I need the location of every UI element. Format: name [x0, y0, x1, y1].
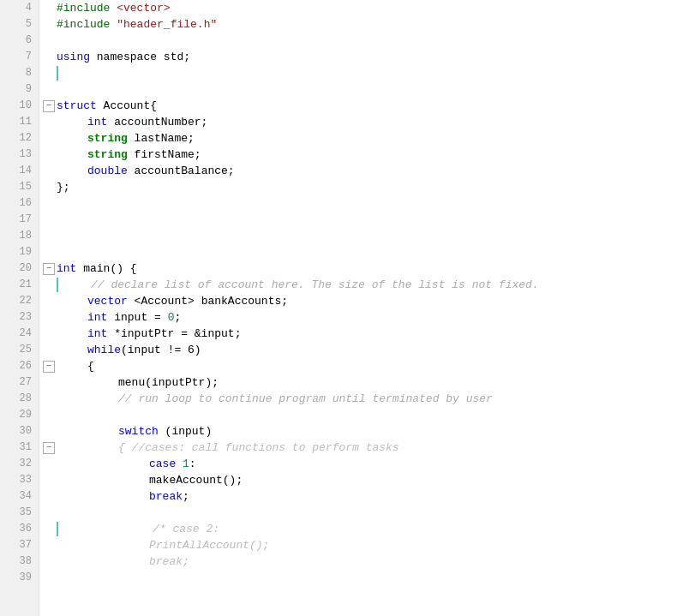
- line-number: 28: [0, 391, 39, 407]
- code-line: string lastName;: [43, 130, 683, 147]
- line-number: 24: [0, 326, 39, 342]
- line-number: 13: [0, 147, 39, 163]
- line-number: 29: [0, 407, 39, 423]
- line-number: 22: [0, 293, 39, 309]
- line-number: 12: [0, 130, 39, 147]
- code-token: :: [189, 456, 196, 472]
- code-line: double accountBalance;: [43, 163, 683, 179]
- code-line: PrintAllAccount();: [43, 537, 683, 553]
- code-token: ;: [183, 49, 190, 65]
- code-line: [43, 33, 683, 49]
- line-number: 35: [0, 505, 39, 521]
- line-number: 17: [0, 212, 39, 228]
- code-token: std: [164, 49, 183, 65]
- fold-collapse-button[interactable]: −: [43, 100, 55, 112]
- line-number: 27: [0, 374, 39, 391]
- line-number: 38: [0, 553, 39, 570]
- fold-collapse-button[interactable]: −: [43, 442, 55, 454]
- fold-collapse-button[interactable]: −: [43, 263, 55, 275]
- line-number: 4: [0, 0, 39, 16]
- left-bar-indicator: [57, 278, 58, 292]
- code-token: makeAccount();: [149, 472, 243, 488]
- line-number: 23: [0, 309, 39, 326]
- code-token: // declare list of account here. The siz…: [91, 277, 539, 293]
- line-number: 21: [0, 277, 39, 293]
- code-line: while(input != 6): [43, 342, 683, 358]
- code-line: −int main() {: [43, 260, 683, 277]
- code-line: break;: [43, 488, 683, 505]
- left-bar-indicator: [57, 522, 58, 536]
- code-token: 1: [183, 456, 189, 472]
- line-number: 30: [0, 423, 39, 440]
- code-token: break: [149, 488, 183, 505]
- code-line: [43, 212, 683, 228]
- code-token: lastName;: [128, 130, 195, 147]
- line-number: 8: [0, 65, 39, 81]
- code-token: int: [87, 326, 107, 342]
- code-token: menu(inputPtr);: [118, 374, 219, 391]
- code-token: using: [57, 49, 90, 65]
- code-token: while: [87, 342, 121, 358]
- code-token: ;: [174, 309, 181, 326]
- code-token: /* case 2:: [153, 521, 219, 537]
- code-line: };: [43, 179, 683, 195]
- line-number: 37: [0, 537, 39, 553]
- line-number: 10: [0, 98, 39, 114]
- code-token: {: [87, 358, 94, 374]
- line-number: 33: [0, 472, 39, 488]
- code-token: (input != 6): [121, 342, 201, 358]
- code-token: accountBalance;: [128, 163, 235, 179]
- code-token: <Account> bankAccounts;: [128, 293, 288, 309]
- code-token: PrintAllAccount();: [149, 537, 269, 553]
- code-line: [43, 81, 683, 98]
- code-token: firstName;: [128, 147, 201, 163]
- line-number: 25: [0, 342, 39, 358]
- code-line: // declare list of account here. The siz…: [43, 277, 683, 293]
- line-number: 32: [0, 456, 39, 472]
- code-token: 0: [168, 309, 175, 326]
- code-token: "header_file.h": [117, 16, 217, 33]
- code-token: break;: [149, 553, 189, 570]
- line-number: 7: [0, 49, 39, 65]
- code-token: struct: [57, 98, 97, 114]
- code-token: [176, 456, 183, 472]
- code-line: [43, 570, 683, 586]
- line-number: 16: [0, 195, 39, 212]
- line-number: 39: [0, 570, 39, 586]
- code-token: switch: [118, 423, 159, 440]
- code-token: main() {: [76, 260, 136, 277]
- line-number: 18: [0, 228, 39, 244]
- code-token: <vector>: [117, 0, 170, 16]
- code-token: int: [87, 114, 107, 130]
- code-token: case: [149, 456, 176, 472]
- code-token: double: [87, 163, 128, 179]
- code-line: vector <Account> bankAccounts;: [43, 293, 683, 309]
- code-content: #include <vector>#include "header_file.h…: [39, 0, 683, 616]
- code-token: Account{: [97, 98, 157, 114]
- code-line: string firstName;: [43, 147, 683, 163]
- code-editor: 4567891011121314151617181920212223242526…: [0, 0, 683, 616]
- code-token: *inputPtr = &input;: [107, 326, 241, 342]
- code-line: [43, 505, 683, 521]
- code-line: [43, 195, 683, 212]
- code-line: int *inputPtr = &input;: [43, 326, 683, 342]
- code-line: −{: [43, 358, 683, 374]
- line-number: 20: [0, 260, 39, 277]
- code-token: // run loop to continue program until te…: [118, 391, 493, 407]
- line-number: 31: [0, 440, 39, 456]
- line-number: 15: [0, 179, 39, 195]
- code-token: int: [57, 260, 76, 277]
- line-number: 36: [0, 521, 39, 537]
- left-bar-indicator: [57, 66, 58, 81]
- code-line: int accountNumber;: [43, 114, 683, 130]
- code-line: [43, 228, 683, 244]
- code-line: break;: [43, 553, 683, 570]
- code-line: int input = 0;: [43, 309, 683, 326]
- fold-collapse-button[interactable]: −: [43, 361, 55, 373]
- code-line: #include <vector>: [43, 0, 683, 16]
- code-line: case 1:: [43, 456, 683, 472]
- code-line: −{ //cases: call functions to perform ta…: [43, 440, 683, 456]
- code-line: switch (input): [43, 423, 683, 440]
- code-token: ;: [183, 488, 189, 505]
- code-token: { //cases: call functions to perform tas…: [118, 440, 399, 456]
